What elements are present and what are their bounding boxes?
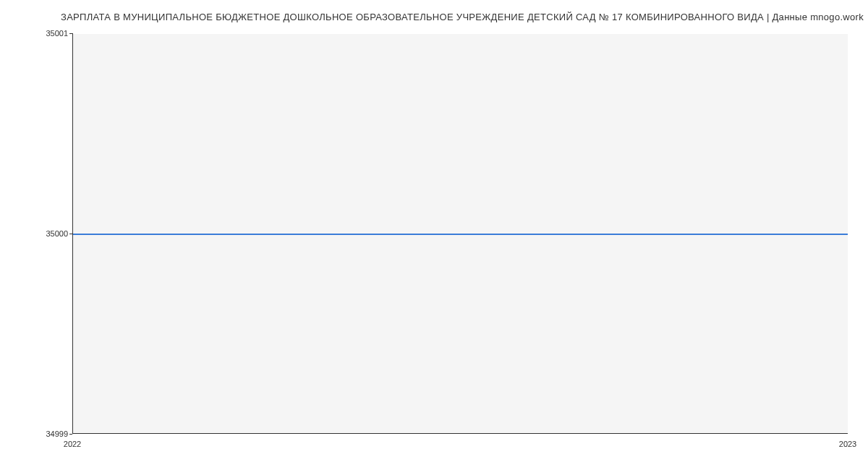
plot-area [72, 33, 848, 434]
x-tick-label-left: 2022 [64, 440, 81, 448]
x-tick-label-right: 2023 [839, 440, 856, 448]
y-tick-label-top: 35001 [10, 29, 68, 38]
gridline-top [73, 33, 848, 34]
y-tick-mark [69, 234, 72, 234]
chart-container: ЗАРПЛАТА В МУНИЦИПАЛЬНОЕ БЮДЖЕТНОЕ ДОШКО… [0, 0, 868, 470]
data-line [73, 234, 848, 235]
y-tick-label-mid: 35000 [10, 229, 68, 238]
y-tick-label-bot: 34999 [10, 430, 68, 438]
y-tick-mark [69, 33, 72, 34]
chart-title: ЗАРПЛАТА В МУНИЦИПАЛЬНОЕ БЮДЖЕТНОЕ ДОШКО… [0, 12, 864, 22]
y-tick-mark [69, 434, 72, 435]
